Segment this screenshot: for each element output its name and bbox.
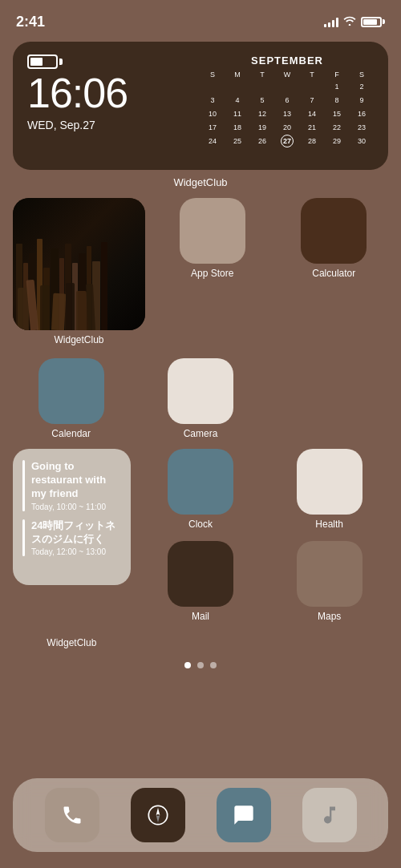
cal-day-22: 22 (330, 121, 343, 134)
page-dot-1 (184, 662, 191, 668)
cal-header-t2: T (300, 70, 324, 79)
app-label-appstore: App Store (191, 268, 233, 279)
cal-day-16: 16 (355, 107, 368, 120)
cal-day-30: 30 (355, 135, 368, 147)
cal-header-f: F (325, 70, 349, 79)
cal-day-4: 4 (231, 94, 244, 107)
app-label-maps: Maps (318, 611, 341, 622)
cal-header-m: M (225, 70, 249, 79)
app-icon-maps[interactable] (297, 541, 363, 607)
page-dot-2 (197, 662, 204, 668)
event-text-2: 24時間フィットネスのジムに行く Today, 12:00 ~ 13:00 (31, 519, 121, 557)
event-title-1: Going to restaurant with my friend (31, 460, 121, 501)
event-item-1: Going to restaurant with my friend Today… (22, 460, 121, 511)
event-text-1: Going to restaurant with my friend Today… (31, 460, 121, 511)
cal-day-25: 25 (231, 135, 244, 147)
app-label-clock: Clock (188, 519, 213, 530)
main-content: 16:06 WED, Sep.27 SEPTEMBER S M T W T F … (0, 42, 401, 668)
dock-app-messages[interactable] (217, 788, 271, 842)
calendar-grid: S M T W T F S 1 2 3 4 5 6 7 (200, 70, 374, 147)
wifi-icon (343, 15, 356, 28)
app-icon-camera[interactable] (168, 358, 233, 424)
signal-icon (324, 16, 338, 27)
calendar-month: SEPTEMBER (200, 55, 374, 67)
cal-day-29: 29 (330, 135, 343, 147)
app-icon-widgetclub-large[interactable] (13, 198, 145, 330)
app-item-widgetclub-large[interactable]: WidgetClub (13, 198, 145, 345)
status-bar: 2:41 (0, 0, 401, 35)
app-item-appstore[interactable]: App Store (158, 198, 267, 279)
app-icon-calculator[interactable] (301, 198, 367, 264)
app-item-calendar[interactable]: Calendar (13, 358, 129, 439)
cal-header-s: S (200, 70, 225, 79)
event-time-2: Today, 12:00 ~ 13:00 (31, 547, 121, 556)
cal-day-empty4 (281, 80, 294, 93)
app-icon-calendar[interactable] (38, 358, 104, 424)
cal-day-empty5 (306, 80, 318, 93)
event-bar-2 (22, 519, 25, 557)
cal-day-8: 8 (330, 94, 343, 107)
event-title-2: 24時間フィットネスのジムに行く (31, 519, 121, 547)
status-icons (324, 15, 385, 28)
event-time-1: Today, 10:00 ~ 11:00 (31, 503, 121, 511)
cal-day-empty3 (256, 80, 269, 93)
cal-day-24: 24 (206, 135, 219, 147)
cal-day-9: 9 (355, 94, 368, 107)
widget-left: 16:06 WED, Sep.27 (27, 55, 200, 131)
cal-day-18: 18 (231, 121, 244, 134)
app-icon-clock[interactable] (168, 449, 233, 515)
events-widget-name: WidgetClub (47, 637, 96, 648)
cal-day-12: 12 (256, 107, 269, 120)
app-icon-health[interactable] (297, 449, 363, 515)
cal-day-26: 26 (256, 135, 269, 147)
app-item-maps[interactable]: Maps (270, 541, 388, 622)
clock-calendar-widget: 16:06 WED, Sep.27 SEPTEMBER S M T W T F … (13, 42, 388, 170)
cal-day-27-today: 27 (281, 135, 294, 147)
cal-day-11: 11 (231, 107, 244, 120)
app-item-mail[interactable]: Mail (142, 541, 260, 622)
status-time: 2:41 (16, 14, 45, 30)
cal-day-1: 1 (330, 80, 343, 93)
app-label-widgetclub-large: WidgetClub (54, 334, 103, 345)
app-label-calculator: Calculator (312, 268, 355, 279)
cal-day-5: 5 (256, 94, 269, 107)
cal-day-14: 14 (306, 107, 318, 120)
dock (13, 778, 388, 852)
cal-day-28: 28 (306, 135, 318, 147)
cal-day-17: 17 (206, 121, 219, 134)
cal-day-19: 19 (256, 121, 269, 134)
svg-marker-2 (156, 815, 160, 822)
dock-app-music[interactable] (302, 788, 357, 842)
battery-widget-icon (27, 55, 200, 69)
cal-day-empty2 (231, 80, 244, 93)
dock-app-compass[interactable] (131, 788, 185, 842)
app-icon-mail[interactable] (168, 541, 233, 607)
cal-day-6: 6 (281, 94, 294, 107)
cal-day-21: 21 (306, 121, 318, 134)
app-icon-appstore[interactable] (180, 198, 245, 264)
dock-app-phone[interactable] (45, 788, 99, 842)
cal-day-2: 2 (355, 80, 368, 93)
page-dots (13, 662, 388, 668)
events-widget[interactable]: Going to restaurant with my friend Today… (13, 449, 131, 585)
app-item-health[interactable]: Health (270, 449, 388, 530)
app-label-mail: Mail (192, 611, 209, 622)
cal-day-10: 10 (206, 107, 219, 120)
cal-day-empty1 (206, 80, 219, 93)
cal-header-w: W (275, 70, 299, 79)
app-item-calculator[interactable]: Calculator (280, 198, 389, 279)
event-bar-1 (22, 460, 25, 511)
page-dot-3 (210, 662, 217, 668)
app-item-clock[interactable]: Clock (142, 449, 260, 530)
cal-header-s2: S (350, 70, 374, 79)
app-label-calendar: Calendar (51, 428, 91, 439)
cal-day-13: 13 (281, 107, 294, 120)
svg-marker-1 (156, 808, 160, 815)
app-item-camera[interactable]: Camera (142, 358, 258, 439)
cal-day-3: 3 (206, 94, 219, 107)
app-label-camera: Camera (184, 428, 218, 439)
events-widget-label: WidgetClub (13, 635, 131, 649)
cal-day-20: 20 (281, 121, 294, 134)
widgetclub-label: WidgetClub (13, 176, 388, 188)
clock-time: 16:06 (27, 72, 200, 114)
